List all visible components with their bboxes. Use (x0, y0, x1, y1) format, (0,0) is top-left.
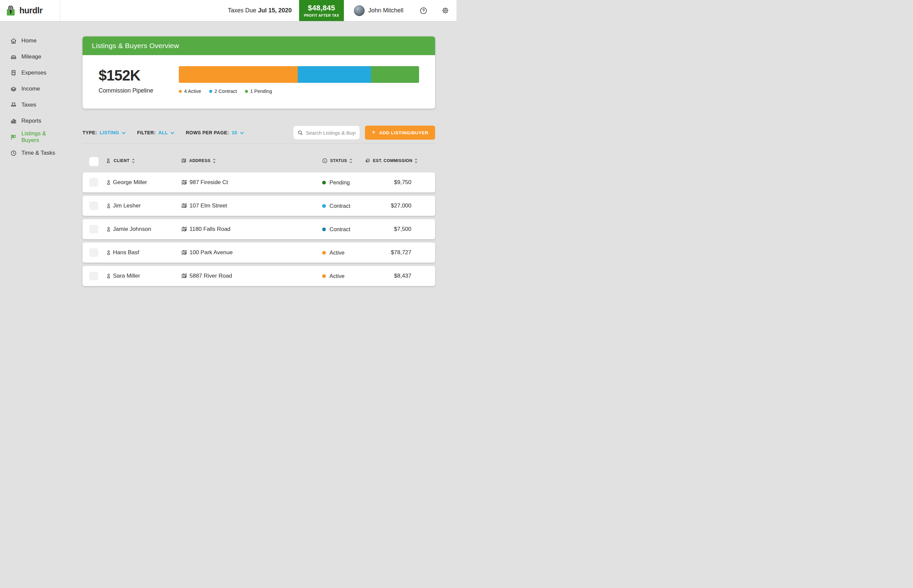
legend-item-contract: 2 Contract (209, 89, 237, 94)
legend-dot-active (179, 90, 182, 93)
est-commission: $8,437 (394, 266, 411, 286)
est-commission: $9,750 (394, 173, 411, 192)
legend-label: 2 Contract (215, 89, 237, 94)
sort-icon-status[interactable] (349, 159, 352, 163)
taxes-due-date: Jul 15, 2020 (258, 7, 292, 14)
search-input[interactable] (306, 130, 356, 136)
bar-segment-active (179, 66, 298, 83)
settings-button[interactable] (441, 7, 449, 15)
sidebar-item-time-tasks[interactable]: Time & Tasks (0, 145, 60, 161)
sidebar-item-label: Time & Tasks (21, 150, 55, 157)
select-all-checkbox[interactable] (89, 157, 99, 166)
sidebar: Home Mileage $ Expenses Income Taxes Rep… (0, 21, 60, 294)
client-name: Sara Miller (113, 266, 140, 286)
address: 5887 River Road (189, 266, 232, 286)
table-row[interactable]: Sara Miller 5887 River Road Active $8,43… (82, 266, 435, 286)
column-header-status: STATUS (330, 158, 347, 163)
table-row[interactable]: Jamie Johnson 1180 Falls Road Contract $… (82, 219, 435, 239)
status-filter-dropdown[interactable]: FILTER: ALL (137, 130, 175, 135)
status-dot (322, 228, 326, 231)
profit-after-tax-badge[interactable]: $48,845 PROFIT AFTER TAX (299, 0, 344, 21)
table-row[interactable]: George Miller 987 Fireside Ct Pending $9… (82, 173, 435, 192)
type-filter-label: TYPE: (82, 130, 97, 135)
controls-divider (82, 143, 435, 144)
map-pin-icon (181, 226, 187, 233)
plus-icon: + (372, 129, 376, 136)
bar-segment-pending (371, 66, 419, 83)
legend-label: 4 Active (184, 89, 201, 94)
rows-per-page-dropdown[interactable]: ROWS PER PAGE: 10 (186, 130, 244, 135)
bar-chart-icon (10, 118, 17, 124)
status-label: Pending (330, 173, 350, 192)
add-listing-buyer-button[interactable]: + ADD LISTING/BUYER (365, 126, 435, 140)
top-hat-icon (10, 102, 17, 108)
overview-title: Listings & Buyers Overview (92, 42, 179, 50)
client-name: Hans Basf (113, 242, 139, 263)
sidebar-item-label: Expenses (21, 69, 47, 76)
person-icon (106, 179, 111, 186)
legend-label: 1 Pending (250, 89, 272, 94)
legend-dot-contract (209, 90, 212, 93)
est-commission: $7,500 (394, 219, 411, 239)
row-checkbox[interactable] (89, 178, 98, 187)
row-checkbox[interactable] (89, 225, 98, 234)
legend-item-active: 4 Active (179, 89, 201, 94)
sidebar-item-reports[interactable]: Reports (0, 113, 60, 129)
sidebar-item-taxes[interactable]: Taxes (0, 97, 60, 113)
sort-icon-address[interactable] (213, 159, 215, 163)
brand-name: hurdlr (19, 6, 42, 15)
status-label: Active (330, 266, 344, 286)
gear-icon (441, 7, 449, 15)
sale-sign-icon: SALE (10, 134, 17, 141)
add-button-label: ADD LISTING/BUYER (379, 130, 428, 135)
rows-per-page-label: ROWS PER PAGE: (186, 130, 229, 135)
column-header-client: CLIENT (114, 158, 130, 163)
person-icon (106, 203, 111, 209)
sidebar-item-label: Listings & Buyers (21, 130, 60, 144)
topbar: hurdlr Taxes Due Jul 15, 2020 $48,845 PR… (0, 0, 457, 21)
pipeline-stacked-bar (179, 66, 419, 83)
sidebar-item-mileage[interactable]: Mileage (0, 49, 60, 65)
status-dot (322, 204, 326, 208)
type-filter-dropdown[interactable]: TYPE: LISTING (82, 130, 126, 135)
sidebar-item-listings-buyers[interactable]: SALE Listings & Buyers (0, 129, 60, 145)
brand-logo[interactable]: hurdlr (0, 0, 60, 21)
row-checkbox[interactable] (89, 248, 98, 257)
map-pin-icon (181, 158, 187, 164)
bar-segment-contract (298, 66, 371, 83)
status-dot (322, 251, 326, 255)
row-checkbox[interactable] (89, 202, 98, 210)
search-box (293, 126, 360, 139)
table-row[interactable]: Hans Basf 100 Park Avenue Active $78,727 (82, 242, 435, 263)
sidebar-item-label: Income (21, 86, 40, 92)
user-name: John Mitchell (368, 7, 403, 14)
table-row[interactable]: Jim Lesher 107 Elm Street Contract $27,0… (82, 196, 435, 216)
address: 1180 Falls Road (189, 219, 231, 239)
sidebar-item-label: Mileage (21, 53, 42, 60)
row-checkbox[interactable] (89, 271, 98, 280)
map-pin-icon (181, 179, 187, 186)
client-name: George Miller (113, 173, 147, 192)
type-filter-value: LISTING (100, 130, 119, 135)
sort-icon-est-commission[interactable] (415, 159, 417, 163)
info-icon (322, 158, 328, 164)
sidebar-item-label: Home (21, 37, 36, 44)
sidebar-item-home[interactable]: Home (0, 33, 60, 49)
sort-icon-client[interactable] (132, 159, 135, 163)
chevron-down-icon (170, 131, 175, 134)
map-pin-icon (181, 273, 187, 279)
sidebar-item-label: Reports (21, 118, 42, 124)
help-button[interactable] (419, 7, 427, 15)
listings-buyers-overview-card: Listings & Buyers Overview $152K Commiss… (82, 36, 435, 108)
car-icon (10, 53, 17, 60)
clock-icon (10, 150, 17, 157)
avatar[interactable] (354, 5, 365, 16)
status-dot (322, 181, 326, 184)
taxes-due-text: Taxes Due Jul 15, 2020 (228, 7, 292, 14)
sidebar-item-income[interactable]: Income (0, 81, 60, 97)
user-menu[interactable]: John Mitchell (354, 5, 403, 16)
table-header: CLIENT ADDRESS STATUS $ (82, 155, 435, 166)
sidebar-item-expenses[interactable]: $ Expenses (0, 65, 60, 81)
commission-pipeline-label: Commission Pipeline (99, 87, 153, 94)
commission-pipeline-value: $152K (99, 67, 141, 84)
